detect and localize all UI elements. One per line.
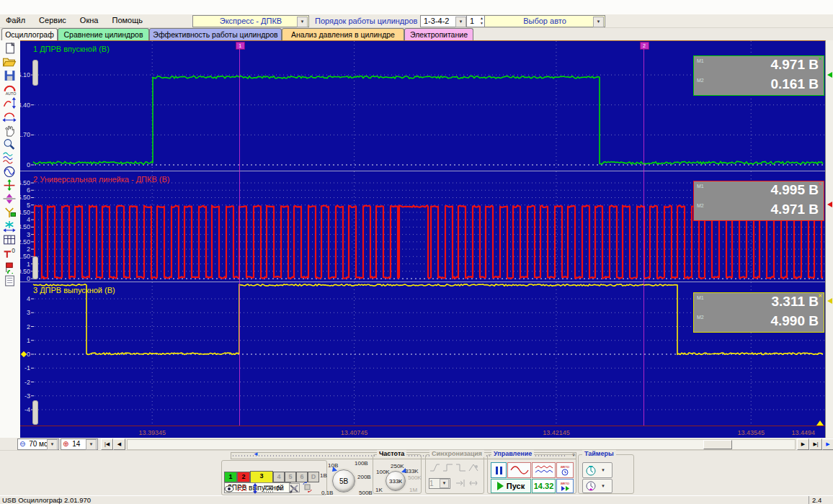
timer-1-button[interactable]: ▼ [582,462,612,478]
channel-2-measurement-box[interactable]: M1 4.995 В M2 4.971 В ✕ [693,181,824,221]
channel-1-panel[interactable]: 5.103.401.700 1 ДПРВ впускной (В) M1 4.9… [20,41,825,171]
sync-channel-combo[interactable]: 1 ▼ [429,478,450,489]
zoom-icon[interactable] [1,138,17,150]
express-mode-combo[interactable]: Экспресс - ДПКВ ▼ [192,15,309,27]
split-panels-icon[interactable] [1,192,17,205]
cursor-flag-1[interactable]: 1 [236,42,245,50]
sync-fall-edge-icon[interactable] [455,462,467,473]
slider-thumb-icon[interactable]: ◄ [253,451,259,457]
close-icon[interactable]: ✕ [818,56,822,62]
chevron-down-icon[interactable]: ▼ [601,484,605,488]
chevron-down-icon[interactable]: ▼ [297,17,308,27]
pause-button[interactable] [491,462,507,478]
save-icon[interactable] [1,69,17,82]
sync-rising-edge-icon[interactable] [429,462,441,473]
spinner-up-icon[interactable]: ▲ [480,16,484,21]
timer-2-button[interactable]: ▼ [582,479,612,493]
channel-button-4[interactable]: 4 [273,472,285,482]
tab-cylinder-comparison[interactable]: Сравнение цилиндров [58,28,149,40]
play-button[interactable]: ▶ [822,438,833,450]
fit-horizontal-icon[interactable] [1,110,17,123]
cursor-flag-2[interactable]: 2 [640,42,649,50]
tab-oscilloscope[interactable]: Осциллограф [1,28,58,41]
overlay-waveforms-icon[interactable] [1,151,17,164]
sync-manual-icon[interactable] [468,462,480,473]
measure-cursors-icon[interactable] [1,179,17,192]
auto-start-button[interactable]: авто [556,479,574,493]
go-last-button[interactable]: ▶| [809,438,822,450]
compress-waveform-icon[interactable] [1,220,17,233]
time-scale-combo[interactable]: ⊖ 70 мс ▼ [17,438,59,450]
tab-power-supply[interactable]: Электропитание [404,28,473,40]
channel-1-measurement-box[interactable]: M1 4.971 В M2 0.161 В ✕ [693,55,824,96]
channel-3-offset-handle[interactable] [32,400,38,425]
chevron-down-icon[interactable]: ▼ [440,479,449,488]
channel-3-measurement-box[interactable]: M1 3.311 В M2 4.990 В ✕ [693,292,824,333]
zoom-in-icon[interactable]: ⊕ [61,440,70,448]
menu-windows[interactable]: Окна [74,14,104,24]
channel-button-d[interactable]: D [308,472,319,482]
time-marker-icon[interactable] [816,420,824,426]
go-first-button[interactable]: |◀ [101,438,113,450]
close-icon[interactable]: ✕ [818,293,822,299]
chevron-down-icon[interactable]: ▼ [86,439,97,450]
function-icon[interactable]: f≈ [275,483,288,494]
start-button[interactable]: Пуск [491,479,531,493]
channel-button-3[interactable]: 3 [250,471,273,483]
zero-level-icon[interactable]: 0 [1,247,17,260]
open-file-icon[interactable] [1,55,17,68]
trigger-settings-icon[interactable] [1,206,17,219]
scrollbar-thumb[interactable] [703,440,732,449]
horizontal-scrollbar[interactable] [127,439,796,450]
chevron-down-icon[interactable]: ▼ [601,468,605,472]
multi-wave-button[interactable] [532,462,556,478]
cylinder-number-spinner[interactable]: 1 ▲ ▼ [466,15,485,27]
auto-record-button[interactable]: авто [556,462,574,478]
report-notes-icon[interactable] [1,274,17,287]
settings-tools-icon[interactable] [288,483,300,494]
chevron-down-icon[interactable]: ▼ [455,17,466,27]
channel-3-level-marker-icon[interactable] [827,298,832,304]
cursor-line-1[interactable] [239,48,240,426]
zoom-out-icon[interactable]: ⊖ [18,440,27,448]
line-style-icon[interactable] [262,483,275,494]
menu-service[interactable]: Сервис [33,14,72,24]
frame-combo[interactable]: ⊕ 14 ▼ [61,438,98,450]
channel-2-panel[interactable]: 6.5065.5054.5043.5032.5021.5010.500 2 Ун… [20,171,825,282]
marker-flag-icon[interactable] [1,261,17,274]
tab-cylinder-efficiency[interactable]: Эффективность работы цилиндров [149,28,282,40]
single-wave-button[interactable] [507,462,531,478]
close-icon[interactable]: ✕ [818,181,822,187]
channel-1-level-marker-icon[interactable] [827,72,832,78]
chevron-down-icon[interactable]: ▼ [593,17,604,27]
step-back-button[interactable]: ◀ [113,438,125,450]
menu-file[interactable]: Файл [0,14,31,24]
pan-hand-icon[interactable] [1,124,17,137]
swap-signal-icon[interactable] [301,482,313,492]
step-forward-button[interactable]: ▶ [797,438,809,450]
noise-filter-icon[interactable] [236,483,249,494]
auto-setup-icon[interactable]: AUTO [1,83,17,96]
oscilloscope-display[interactable]: 5.103.401.700 1 ДПРВ впускной (В) M1 4.9… [20,40,825,438]
new-document-icon[interactable] [1,42,17,55]
spinner-down-icon[interactable]: ▼ [480,21,484,26]
tab-cylinder-pressure[interactable]: Анализ давления в цилиндре [282,28,404,40]
chevron-down-icon[interactable]: ▼ [47,439,58,450]
channel-1-offset-handle[interactable] [32,60,38,86]
sync-cursor-icon[interactable] [468,477,480,488]
sync-front-edge-icon[interactable] [442,462,454,473]
invert-arrows-icon[interactable] [249,483,262,494]
voltage-range-knob[interactable]: 5В [332,469,355,492]
car-select-combo[interactable]: Выбор авто ▼ [484,15,605,27]
channel-button-6[interactable]: 6 [296,472,308,482]
data-table-icon[interactable] [1,233,17,246]
visibility-eye-icon[interactable] [223,483,236,494]
channel-button-2[interactable]: 2 [237,472,250,482]
reference-waveform-icon[interactable] [1,165,17,178]
fit-vertical-icon[interactable] [1,96,17,109]
channel-2-offset-handle[interactable] [32,256,38,279]
cylinder-order-combo[interactable]: 1-3-4-2 ▼ [420,15,468,27]
cursor-line-2[interactable] [643,48,644,426]
channel-button-5[interactable]: 5 [285,472,296,482]
sync-delay-icon[interactable] [455,477,467,488]
